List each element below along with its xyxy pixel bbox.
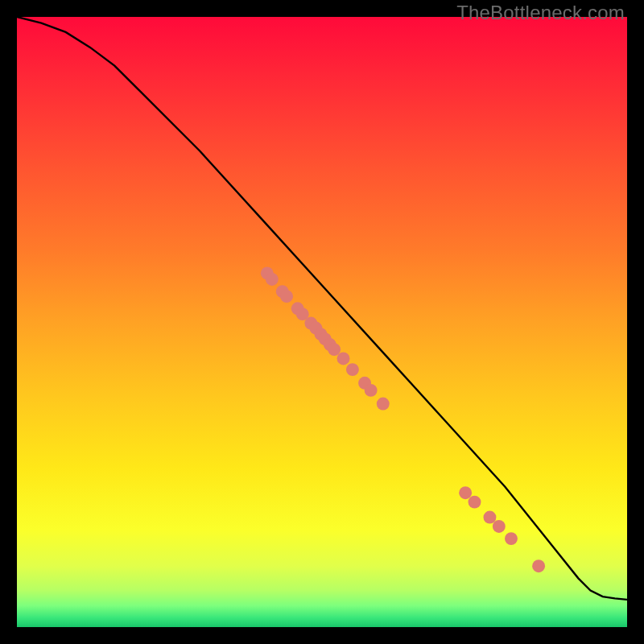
data-point (483, 511, 496, 524)
data-point (377, 398, 390, 411)
watermark-text: TheBottleneck.com (456, 2, 625, 24)
data-point (266, 273, 279, 286)
data-point (532, 559, 545, 572)
data-point (337, 353, 350, 365)
data-point (459, 486, 472, 499)
gradient-background (17, 17, 627, 627)
data-point (280, 290, 293, 303)
chart-plot (17, 17, 627, 627)
data-point (493, 520, 506, 533)
data-point (346, 363, 359, 376)
chart-frame (17, 17, 627, 627)
data-point (469, 496, 481, 509)
data-point (505, 532, 518, 545)
data-point (365, 384, 378, 397)
data-point (328, 343, 341, 356)
